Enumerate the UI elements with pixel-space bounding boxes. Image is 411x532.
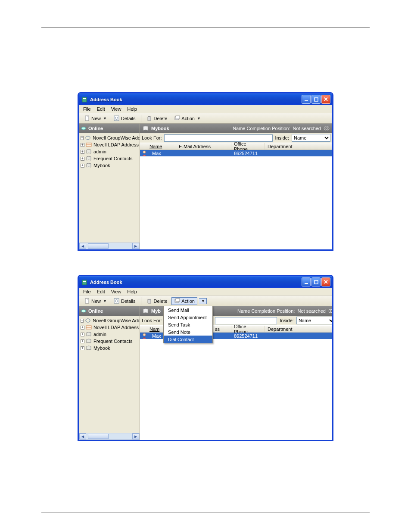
address-book-window: Address Book ✕ File Edit View Help New ▼… [78, 92, 333, 251]
svg-rect-18 [305, 283, 308, 284]
addressbook-app-icon [81, 279, 88, 286]
titlebar[interactable]: Address Book ✕ [79, 276, 332, 288]
toolbar-delete-button[interactable]: Delete [144, 115, 170, 122]
tree-item-label: admin [93, 149, 106, 154]
expand-icon[interactable]: + [81, 164, 84, 168]
book-icon [85, 318, 91, 323]
expand-icon[interactable]: + [81, 319, 84, 323]
contact-icon [140, 333, 149, 339]
expand-icon[interactable]: + [81, 339, 84, 343]
left-pane: Online +Novell GroupWise Address Book +N… [79, 124, 140, 249]
minimize-button[interactable] [302, 277, 311, 286]
action-menu-send-note[interactable]: Send Note [164, 328, 212, 336]
close-button[interactable]: ✕ [321, 95, 330, 104]
chevron-down-icon: ▼ [103, 116, 107, 121]
left-pane-title: Online [88, 308, 103, 314]
menu-file[interactable]: File [81, 106, 93, 112]
menu-view[interactable]: View [109, 106, 124, 112]
lookfor-input[interactable] [215, 317, 277, 324]
scroll-right-button[interactable]: ▶ [132, 433, 139, 439]
tree-item[interactable]: +Frequent Contacts [80, 155, 140, 162]
scroll-right-button[interactable]: ▶ [132, 243, 139, 249]
contact-email [176, 150, 231, 156]
maximize-button[interactable] [311, 95, 321, 104]
chevron-down-icon: ▼ [201, 299, 205, 303]
toolbar: New ▼ Details Delete Action ▼ [79, 113, 332, 124]
expand-icon[interactable]: + [81, 136, 84, 140]
toolbar-details-button[interactable]: Details [111, 115, 138, 122]
expand-icon[interactable]: + [81, 346, 84, 350]
menu-edit[interactable]: Edit [94, 289, 108, 295]
tree-item[interactable]: +Novell GroupWise Address Book [80, 134, 140, 141]
menu-file[interactable]: File [81, 289, 93, 295]
address-book-tree[interactable]: +Novell GroupWise Address Book +Novell L… [79, 133, 140, 243]
close-button[interactable]: ✕ [321, 277, 330, 286]
tree-item[interactable]: +Novell LDAP Address [80, 324, 140, 331]
scroll-left-button[interactable]: ◀ [79, 243, 86, 249]
scroll-left-button[interactable]: ◀ [79, 433, 86, 439]
tree-item[interactable]: +Novell LDAP Address [80, 141, 140, 148]
chevron-down-icon: ▼ [103, 299, 107, 303]
minimize-button[interactable] [302, 95, 311, 104]
tree-item[interactable]: +Mybook [80, 345, 140, 352]
column-phone[interactable]: Office Phone... [231, 326, 265, 332]
menu-help[interactable]: Help [125, 289, 140, 295]
tree-hscrollbar[interactable]: ◀ ▶ [79, 433, 140, 440]
toolbar-action-button[interactable]: Action ▼ [171, 115, 203, 122]
column-department[interactable]: Department [265, 143, 332, 149]
toolbar-action-button[interactable]: Action [171, 297, 197, 305]
svg-point-31 [143, 333, 146, 336]
expand-icon[interactable]: + [81, 333, 84, 336]
column-phone[interactable]: Office Phone... [231, 143, 265, 149]
titlebar[interactable]: Address Book ✕ [79, 93, 332, 105]
contact-name: Max [149, 150, 176, 156]
name-completion-status: Name Completion Position: Not searched [237, 308, 326, 314]
tree-item[interactable]: +admin [80, 331, 140, 338]
tree-item[interactable]: +admin [80, 148, 140, 155]
action-menu-send-mail[interactable]: Send Mail [164, 306, 212, 314]
status-icon[interactable] [328, 308, 333, 314]
right-pane: Mybook Name Completion Position: Not sea… [140, 124, 332, 249]
inside-select[interactable]: Name [296, 317, 333, 324]
toolbar-details-button[interactable]: Details [111, 297, 138, 305]
window-title: Address Book [90, 280, 302, 285]
tree-item[interactable]: +Mybook [80, 162, 140, 169]
toolbar-action-dropdown-button[interactable]: ▼ [199, 298, 207, 304]
menu-view[interactable]: View [109, 289, 124, 295]
contacts-list[interactable]: Max 862524711 [140, 150, 332, 249]
ldap-book-icon [86, 142, 92, 147]
action-menu-dial-contact[interactable]: Dial Contact [164, 336, 212, 343]
inside-select[interactable]: Name [292, 134, 330, 142]
lookfor-input[interactable] [164, 134, 272, 142]
contacts-list[interactable]: Max 862524711 [140, 333, 333, 440]
toolbar-new-button[interactable]: New ▼ [81, 297, 109, 305]
menubar: File Edit View Help [79, 105, 332, 113]
column-name[interactable]: Name [140, 143, 176, 149]
menu-edit[interactable]: Edit [94, 106, 108, 112]
tree-hscrollbar[interactable]: ◀ ▶ [79, 243, 140, 249]
column-email[interactable]: E-Mail Address [176, 143, 231, 149]
expand-icon[interactable]: + [81, 143, 84, 147]
toolbar-delete-label: Delete [154, 299, 168, 304]
book-icon [86, 339, 92, 344]
toolbar-new-button[interactable]: New ▼ [81, 115, 109, 122]
maximize-button[interactable] [311, 277, 321, 286]
tree-item[interactable]: +Novell GroupWise Address Book [80, 317, 140, 324]
action-menu-send-appointment[interactable]: Send Appointment [164, 314, 212, 321]
expand-icon[interactable]: + [81, 157, 84, 161]
expand-icon[interactable]: + [81, 326, 84, 330]
status-icon[interactable] [324, 126, 330, 131]
contact-row[interactable]: Max 862524711 [140, 150, 332, 156]
toolbar-delete-button[interactable]: Delete [144, 297, 170, 305]
menu-help[interactable]: Help [125, 106, 140, 112]
action-menu-send-task[interactable]: Send Task [164, 321, 212, 328]
tree-item[interactable]: +Frequent Contacts [80, 338, 140, 345]
expand-icon[interactable]: + [81, 150, 84, 154]
scroll-thumb[interactable] [88, 434, 109, 439]
scroll-thumb[interactable] [88, 243, 109, 249]
address-book-tree[interactable]: +Novell GroupWise Address Book +Novell L… [79, 316, 140, 433]
right-pane-title-wrap: Myb [143, 308, 161, 314]
column-department[interactable]: Department [265, 326, 333, 332]
window-buttons: ✕ [302, 277, 330, 286]
toolbar: New ▼ Details Delete Action ▼ Send Mail … [79, 296, 332, 306]
